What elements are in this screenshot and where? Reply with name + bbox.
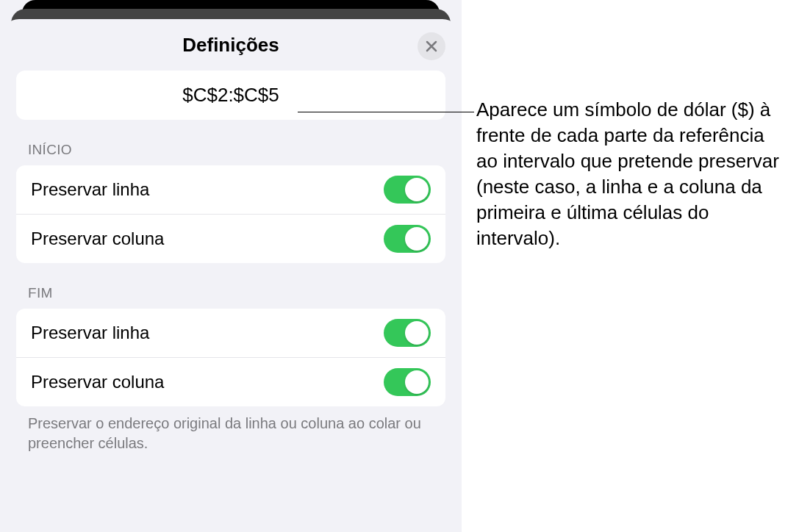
preserve-column-end-label: Preservar coluna	[31, 372, 164, 392]
toggle-knob	[405, 178, 429, 201]
section-group-end: Preservar linha Preservar coluna	[16, 309, 445, 406]
preserve-column-start-toggle[interactable]	[384, 225, 431, 253]
preserve-row-end-toggle[interactable]	[384, 319, 431, 347]
toggle-knob	[405, 227, 429, 251]
toggle-knob	[405, 370, 429, 394]
settings-sheet: Definições $C$2:$C$5 INÍCIO Preservar li…	[1, 19, 460, 532]
callout-text: Aparece um símbolo de dólar ($) à frente…	[476, 97, 785, 252]
preserve-column-end: Preservar coluna	[16, 357, 445, 406]
close-button[interactable]	[418, 32, 445, 60]
section-header-end: FIM	[28, 285, 434, 301]
preserve-row-start-toggle[interactable]	[384, 176, 431, 204]
sheet-title: Definições	[182, 34, 279, 57]
reference-value: $C$2:$C$5	[182, 84, 279, 106]
preserve-row-start: Preservar linha	[16, 165, 445, 214]
sheet-header: Definições	[1, 19, 460, 71]
close-icon	[426, 40, 437, 52]
footer-note: Preservar o endereço original da linha o…	[28, 414, 434, 453]
preserve-row-start-label: Preservar linha	[31, 179, 149, 200]
toggle-knob	[405, 321, 429, 345]
settings-panel-backdrop: Definições $C$2:$C$5 INÍCIO Preservar li…	[0, 0, 462, 532]
section-header-start: INÍCIO	[28, 142, 434, 158]
callout-leader-line	[298, 112, 474, 112]
preserve-column-start: Preservar coluna	[16, 214, 445, 263]
section-group-start: Preservar linha Preservar coluna	[16, 165, 445, 263]
preserve-row-end-label: Preservar linha	[31, 323, 149, 343]
preserve-column-start-label: Preservar coluna	[31, 229, 164, 249]
preserve-column-end-toggle[interactable]	[384, 368, 431, 396]
preserve-row-end: Preservar linha	[16, 309, 445, 357]
